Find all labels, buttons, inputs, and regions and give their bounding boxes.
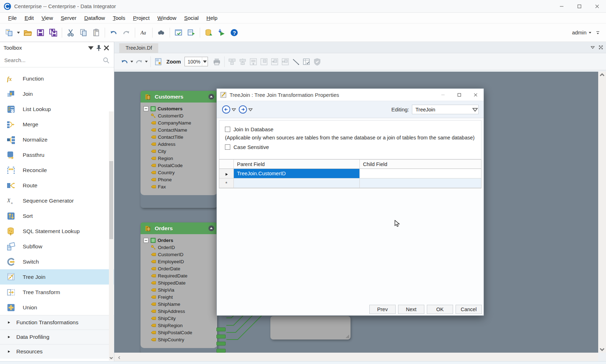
tree-field-shippeddate[interactable]: ShippedDate xyxy=(143,279,215,286)
tree-field-shipcountry[interactable]: ShipCountry xyxy=(143,336,215,343)
scroll-left-icon[interactable] xyxy=(117,355,121,359)
orders-node[interactable]: OrdersOrdersOrderIDCustomerIDEmployeeIDO… xyxy=(141,222,217,353)
grid-row[interactable]: TreeJoin.CustomerID xyxy=(219,169,481,178)
tree-field-shipname[interactable]: ShipName xyxy=(143,300,215,308)
customers-node[interactable]: CustomersCustomersCustomerIDCompanyNameC… xyxy=(141,91,217,208)
copy-icon[interactable] xyxy=(78,27,89,38)
output-port[interactable] xyxy=(216,349,226,353)
toolbox-item-normalize[interactable]: Normalize xyxy=(0,132,114,147)
preview-icon[interactable] xyxy=(173,27,184,38)
node-header[interactable]: Orders xyxy=(141,222,217,234)
export-icon[interactable] xyxy=(186,27,197,38)
toolbox-category-resources[interactable]: Resources xyxy=(0,344,114,359)
tree-field-employeeid[interactable]: EmployeeID xyxy=(143,258,215,265)
db-upload-icon[interactable] xyxy=(203,27,214,38)
zoom-combobox[interactable]: 100% xyxy=(184,57,208,66)
canvas-vertical-scrollbar[interactable] xyxy=(598,72,606,353)
undo-icon[interactable] xyxy=(119,56,130,67)
toolbox-item-merge[interactable]: Merge xyxy=(0,117,114,132)
redo-icon[interactable] xyxy=(134,56,144,67)
align-icon[interactable] xyxy=(237,56,248,67)
cut-icon[interactable] xyxy=(65,27,76,38)
tree-field-shippostalcode[interactable]: ShipPostalCode xyxy=(143,329,215,336)
toolbox-item-route[interactable]: Route xyxy=(0,178,114,193)
toolbox-item-list-lookup[interactable]: List Lookup xyxy=(0,101,114,117)
font-icon[interactable]: Aa xyxy=(138,27,149,38)
toolbox-item-sequence-generator[interactable]: XnSequence Generator xyxy=(0,193,114,208)
grid-cell-parent-field[interactable] xyxy=(234,178,360,188)
float-window-icon[interactable] xyxy=(599,45,603,51)
cancel-button[interactable]: Cancel xyxy=(456,305,482,314)
toolbar-overflow-icon[interactable] xyxy=(595,30,600,35)
menu-item-view[interactable]: View xyxy=(38,14,57,22)
tree-field-customerid[interactable]: CustomerID xyxy=(143,251,215,258)
chevron-down-icon[interactable] xyxy=(130,60,134,64)
output-port[interactable] xyxy=(216,342,226,346)
toolbox-item-tree-join[interactable]: Tree Join xyxy=(0,269,114,285)
grid-row-selector[interactable]: * xyxy=(219,178,234,188)
case-sensitive-option[interactable]: Case Sensitive xyxy=(225,143,475,151)
toolbox-item-sort[interactable]: Sort xyxy=(0,208,114,224)
tree-field-fax[interactable]: Fax xyxy=(143,183,215,190)
back-dropdown-icon[interactable] xyxy=(231,107,236,112)
panel-swap-icon[interactable] xyxy=(280,56,291,67)
tree-field-freight[interactable]: Freight xyxy=(143,293,215,300)
tree-root-row[interactable]: Orders xyxy=(143,237,215,244)
run-icon[interactable] xyxy=(216,27,227,38)
undo-icon[interactable] xyxy=(108,27,119,38)
tree-field-orderdate[interactable]: OrderDate xyxy=(143,265,215,272)
grid-column-header-parent-field[interactable]: Parent Field xyxy=(234,160,360,169)
toolbox-pin-icon[interactable] xyxy=(95,44,103,52)
menu-item-edit[interactable]: Edit xyxy=(21,14,38,22)
maximize-button[interactable] xyxy=(571,0,588,12)
collapse-node-icon[interactable] xyxy=(208,94,214,100)
help-icon[interactable]: ? xyxy=(228,27,240,38)
toolbox-scroll-down[interactable] xyxy=(109,355,114,360)
menu-item-tools[interactable]: Tools xyxy=(109,14,129,22)
toolbox-item-subflow[interactable]: Subflow xyxy=(0,239,114,254)
toolbox-item-passthru[interactable]: Passthru xyxy=(0,147,114,162)
save-icon[interactable] xyxy=(35,27,46,38)
list-icon[interactable] xyxy=(248,56,259,67)
toolbox-category-data-profiling[interactable]: Data Profiling xyxy=(0,330,114,344)
toolbox-item-join[interactable]: Join xyxy=(0,86,114,101)
grid-cell-child-field[interactable] xyxy=(360,169,481,178)
shield-icon[interactable] xyxy=(312,56,323,67)
collapse-tree-icon[interactable] xyxy=(143,238,149,243)
chevron-down-icon[interactable] xyxy=(16,27,21,38)
menu-item-file[interactable]: File xyxy=(4,14,21,22)
toolbox-item-sql-statement-lookup[interactable]: SQL Statement Lookup xyxy=(0,224,114,239)
node-header[interactable]: Customers xyxy=(141,91,217,103)
toolbox-item-function[interactable]: fxFunction xyxy=(0,71,114,86)
forward-dropdown-icon[interactable] xyxy=(248,107,253,112)
scroll-up-icon[interactable] xyxy=(598,72,606,78)
join-in-database-checkbox[interactable] xyxy=(225,127,230,132)
grid-cell-parent-field[interactable]: TreeJoin.CustomerID xyxy=(234,169,360,178)
toolbox-scrollbar[interactable] xyxy=(109,111,114,360)
forward-button[interactable] xyxy=(238,105,247,114)
tree-root-row[interactable]: Customers xyxy=(143,105,215,112)
tree-field-address[interactable]: Address xyxy=(143,140,215,148)
join-in-database-option[interactable]: Join In Database xyxy=(225,125,475,133)
layout-icon[interactable] xyxy=(153,56,164,67)
resize-grip[interactable] xyxy=(346,335,349,338)
dialog-close-button[interactable] xyxy=(467,89,484,101)
scroll-down-icon[interactable] xyxy=(598,346,606,353)
find-icon[interactable] xyxy=(155,27,167,38)
tree-field-orderid[interactable]: OrderID xyxy=(143,244,215,251)
user-menu[interactable]: admin xyxy=(572,29,592,35)
redo-icon[interactable] xyxy=(121,27,132,38)
table-check-icon[interactable] xyxy=(301,56,312,67)
print-icon[interactable] xyxy=(211,56,222,67)
tree-field-shipcity[interactable]: ShipCity xyxy=(143,315,215,322)
tree-field-phone[interactable]: Phone xyxy=(143,176,215,183)
collapse-node-icon[interactable] xyxy=(208,225,214,231)
output-port[interactable] xyxy=(216,335,226,338)
distribute-icon[interactable] xyxy=(227,56,237,67)
tree-field-contactname[interactable]: ContactName xyxy=(143,126,215,133)
toolbox-item-tree-transform[interactable]: Tree Transform xyxy=(0,285,114,300)
tree-field-postalcode[interactable]: PostalCode xyxy=(143,162,215,169)
toolbox-search-input[interactable] xyxy=(4,57,103,63)
menu-item-server[interactable]: Server xyxy=(57,14,80,22)
tab-treejoin-df[interactable]: TreeJoin.Df xyxy=(119,43,158,53)
